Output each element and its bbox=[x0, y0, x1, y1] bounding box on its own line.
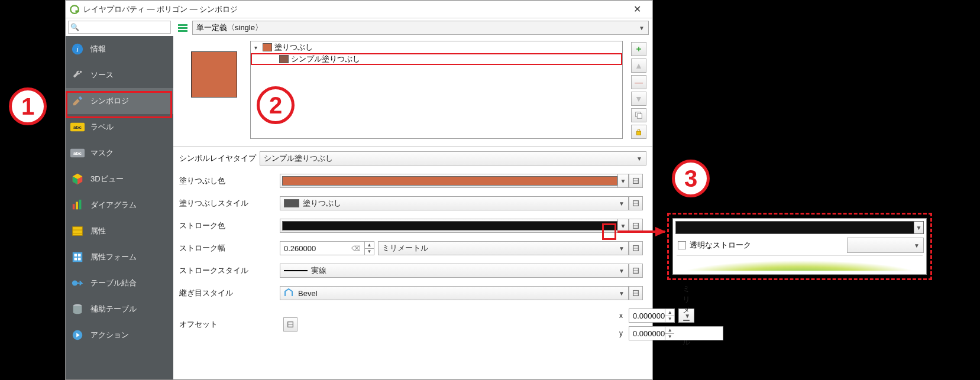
sidebar-item-source[interactable]: ソース bbox=[66, 62, 173, 88]
data-defined-button[interactable] bbox=[283, 317, 297, 332]
svg-rect-10 bbox=[76, 202, 78, 210]
popup-transparent-row[interactable]: 透明なストローク bbox=[673, 236, 847, 254]
symbol-preview bbox=[191, 51, 237, 98]
svg-point-0 bbox=[70, 5, 79, 14]
renderer-icon bbox=[177, 22, 189, 34]
data-defined-button[interactable] bbox=[629, 286, 643, 300]
offset-y-spin[interactable]: 0.000000 ▲▼ bbox=[629, 326, 723, 340]
sidebar-item-diagrams[interactable]: ダイアグラム bbox=[66, 192, 173, 218]
stroke-color-button[interactable]: ▼ bbox=[280, 219, 629, 233]
unit-value: ミリメートル bbox=[382, 243, 428, 254]
data-defined-button[interactable] bbox=[629, 241, 643, 255]
spin-buttons[interactable]: ▲▼ bbox=[665, 327, 674, 340]
lock-layer-button[interactable] bbox=[631, 125, 646, 139]
svg-rect-27 bbox=[637, 113, 642, 118]
svg-rect-28 bbox=[637, 131, 641, 135]
stroke-width-unit-combo[interactable]: ミリメートル ▼ bbox=[378, 241, 629, 255]
color-popup: ▼ 透明なストローク ▼ bbox=[672, 218, 927, 275]
spin-buttons[interactable]: ▲▼ bbox=[665, 309, 674, 322]
sidebar-item-joins[interactable]: テーブル結合 bbox=[66, 270, 173, 296]
symbol-layer-type-combo[interactable]: シンプル塗りつぶし ▼ bbox=[260, 151, 646, 165]
sidebar-item-attributes-form[interactable]: 属性フォーム bbox=[66, 244, 173, 270]
svg-rect-11 bbox=[79, 200, 82, 210]
move-down-button[interactable]: ▼ bbox=[631, 92, 646, 106]
chevron-down-icon[interactable]: ▼ bbox=[914, 222, 923, 233]
sidebar-item-masks[interactable]: abc マスク bbox=[66, 140, 173, 166]
line-sample-icon bbox=[284, 270, 308, 271]
sidebar-item-label: ダイアグラム bbox=[90, 200, 137, 210]
chevron-down-icon: ▼ bbox=[619, 290, 625, 297]
cube-icon bbox=[70, 172, 85, 186]
fill-style-value: 塗りつぶし bbox=[303, 198, 341, 209]
sidebar-item-label: 情報 bbox=[90, 44, 106, 54]
symbol-layer-type-label: シンボルレイヤタイプ bbox=[179, 153, 256, 164]
sidebar-item-auxiliary-storage[interactable]: 補助テーブル bbox=[66, 296, 173, 322]
move-up-button[interactable]: ▲ bbox=[631, 59, 646, 73]
svg-rect-18 bbox=[75, 258, 77, 261]
swatch-icon bbox=[279, 55, 289, 63]
tree-label: 塗りつぶし bbox=[274, 42, 313, 53]
data-defined-button[interactable] bbox=[629, 174, 643, 188]
offset-x-spin[interactable]: 0.000000 ▲▼ bbox=[629, 308, 675, 323]
stroke-color-label: ストローク色 bbox=[179, 220, 280, 231]
stroke-width-spin[interactable]: 0.260000 ⌫ ▲▼ bbox=[280, 241, 374, 255]
symbol-layer-tree[interactable]: ▾ 塗りつぶし シンプル塗りつぶし bbox=[250, 41, 623, 139]
brush-icon bbox=[70, 94, 85, 108]
close-button[interactable]: ✕ bbox=[625, 1, 649, 18]
annotation-circle-3: 3 bbox=[672, 160, 710, 197]
offset-unit-combo[interactable]: ミリメートル ▼ bbox=[678, 308, 694, 323]
data-defined-button[interactable] bbox=[629, 264, 643, 278]
stroke-style-combo[interactable]: 実線 ▼ bbox=[280, 264, 629, 278]
swatch-icon bbox=[263, 43, 272, 51]
popup-side-combo[interactable]: ▼ bbox=[847, 238, 924, 253]
stroke-style-value: 実線 bbox=[311, 265, 326, 276]
fill-color-button[interactable]: ▼ bbox=[280, 174, 629, 188]
search-input[interactable] bbox=[68, 21, 171, 34]
clear-icon[interactable]: ⌫ bbox=[349, 245, 363, 252]
join-style-combo[interactable]: Bevel ▼ bbox=[280, 286, 629, 300]
tree-row-simple-fill[interactable]: シンプル塗りつぶし bbox=[251, 53, 622, 65]
data-defined-button[interactable] bbox=[629, 196, 643, 210]
fill-style-combo[interactable]: 塗りつぶし ▼ bbox=[280, 196, 629, 210]
checkbox-icon[interactable] bbox=[678, 241, 686, 249]
popup-color-ramp[interactable] bbox=[677, 255, 923, 271]
sidebar-item-label: 補助テーブル bbox=[90, 304, 137, 314]
chevron-down-icon: ▼ bbox=[619, 268, 625, 274]
stroke-width-value: 0.260000 bbox=[284, 244, 316, 253]
chart-icon bbox=[70, 198, 85, 212]
popup-current-color[interactable]: ▼ bbox=[675, 221, 924, 234]
sidebar-item-symbology[interactable]: シンボロジ bbox=[66, 88, 173, 114]
svg-rect-9 bbox=[73, 204, 75, 209]
tree-row-fill[interactable]: ▾ 塗りつぶし bbox=[251, 41, 622, 53]
svg-rect-19 bbox=[78, 258, 81, 261]
sidebar-item-labels[interactable]: abc ラベル bbox=[66, 114, 173, 140]
chevron-down-icon: ▼ bbox=[639, 25, 645, 31]
sidebar-item-fields[interactable]: 属性 bbox=[66, 218, 173, 244]
renderer-label: 単一定義〈single〉 bbox=[196, 22, 263, 33]
spin-buttons[interactable]: ▲▼ bbox=[364, 242, 374, 255]
join-icon bbox=[70, 276, 85, 290]
stroke-color-swatch bbox=[282, 221, 617, 230]
chevron-down-icon[interactable]: ▼ bbox=[617, 174, 628, 187]
qgis-icon bbox=[69, 4, 80, 15]
popup-transparent-label: 透明なストローク bbox=[690, 240, 751, 251]
chevron-down-icon: ▼ bbox=[619, 200, 625, 207]
offset-y-label: y bbox=[301, 329, 625, 337]
sidebar-item-actions[interactable]: アクション bbox=[66, 322, 173, 348]
main-panel: 単一定義〈single〉 ▼ ▾ 塗りつぶし bbox=[173, 18, 652, 379]
svg-rect-25 bbox=[178, 30, 187, 32]
expand-icon[interactable]: ▾ bbox=[254, 44, 260, 51]
renderer-combo[interactable]: 単一定義〈single〉 ▼ bbox=[192, 21, 649, 35]
add-layer-button[interactable]: ＋ bbox=[631, 42, 646, 56]
bevel-icon bbox=[284, 288, 295, 298]
duplicate-layer-button[interactable] bbox=[631, 108, 646, 122]
form-icon bbox=[70, 250, 85, 264]
annotation-box-popup: ▼ 透明なストローク ▼ bbox=[667, 213, 932, 280]
svg-text:abc: abc bbox=[73, 151, 82, 156]
sidebar-item-information[interactable]: i 情報 bbox=[66, 36, 173, 62]
offset-x-label: x bbox=[301, 311, 625, 320]
remove-layer-button[interactable]: — bbox=[631, 75, 646, 89]
svg-rect-15 bbox=[73, 252, 83, 262]
sidebar-item-3dview[interactable]: 3Dビュー bbox=[66, 166, 173, 192]
annotation-arrow bbox=[617, 230, 665, 233]
